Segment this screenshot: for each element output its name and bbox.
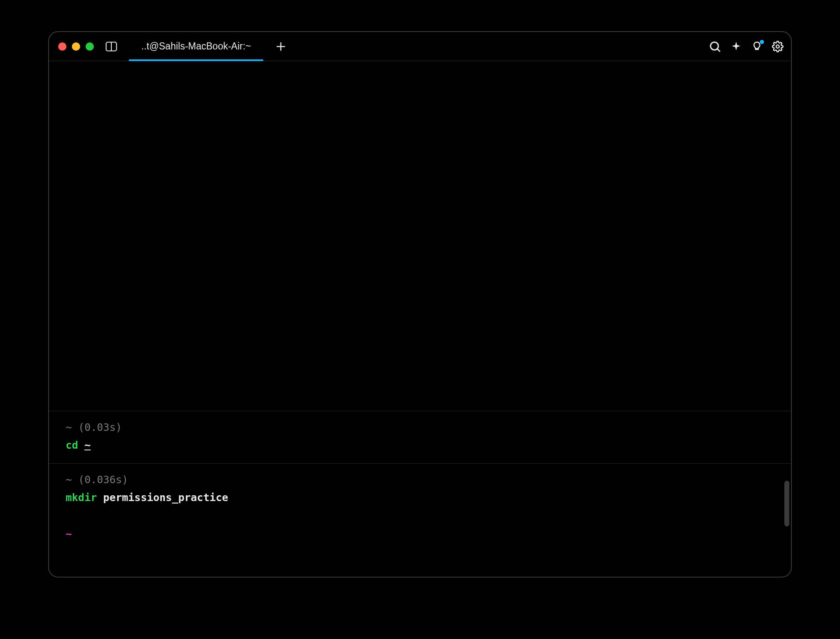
status-time: (0.036s) xyxy=(78,474,128,486)
lightbulb-icon[interactable] xyxy=(751,41,763,52)
new-tab-button[interactable] xyxy=(276,42,286,52)
sparkle-icon[interactable] xyxy=(730,41,742,52)
block-status: ~ (0.03s) xyxy=(66,420,774,435)
command-args: permissions_practice xyxy=(103,492,228,504)
terminal-body[interactable]: ~ (0.03s) cd ~ ~ (0.036s) mkdir permissi… xyxy=(49,61,791,577)
command-line: cd ~ xyxy=(66,437,774,453)
status-time: (0.03s) xyxy=(78,421,122,433)
command-name: mkdir xyxy=(66,492,97,504)
tab-current[interactable]: ..t@Sahils-MacBook-Air:~ xyxy=(129,32,263,61)
command-block[interactable]: ~ (0.036s) mkdir permissions_practice xyxy=(49,463,791,516)
command-name: cd xyxy=(66,439,78,451)
split-pane-icon[interactable] xyxy=(106,42,117,52)
scrollbar-thumb[interactable] xyxy=(784,481,789,526)
status-path: ~ xyxy=(66,474,72,486)
window-titlebar: ..t@Sahils-MacBook-Air:~ xyxy=(49,32,791,61)
tab-title: ..t@Sahils-MacBook-Air:~ xyxy=(141,41,251,52)
command-args: ~ xyxy=(84,439,91,451)
command-line: mkdir permissions_practice xyxy=(66,490,774,506)
minimize-button[interactable] xyxy=(72,42,80,51)
svg-line-5 xyxy=(717,49,720,51)
gear-icon[interactable] xyxy=(772,41,784,52)
close-button[interactable] xyxy=(58,42,66,51)
command-block[interactable]: ~ (0.03s) cd ~ xyxy=(49,411,791,463)
prompt-path: ~ xyxy=(66,528,72,540)
svg-point-6 xyxy=(776,45,779,48)
traffic-lights xyxy=(58,42,94,51)
terminal-window: ..t@Sahils-MacBook-Air:~ xyxy=(48,31,792,578)
maximize-button[interactable] xyxy=(86,42,94,51)
status-path: ~ xyxy=(66,421,72,433)
toolbar-right xyxy=(709,40,784,53)
notification-dot xyxy=(760,40,764,44)
block-status: ~ (0.036s) xyxy=(66,472,774,488)
prompt-block[interactable]: ~ xyxy=(49,516,791,552)
search-icon[interactable] xyxy=(709,40,721,53)
